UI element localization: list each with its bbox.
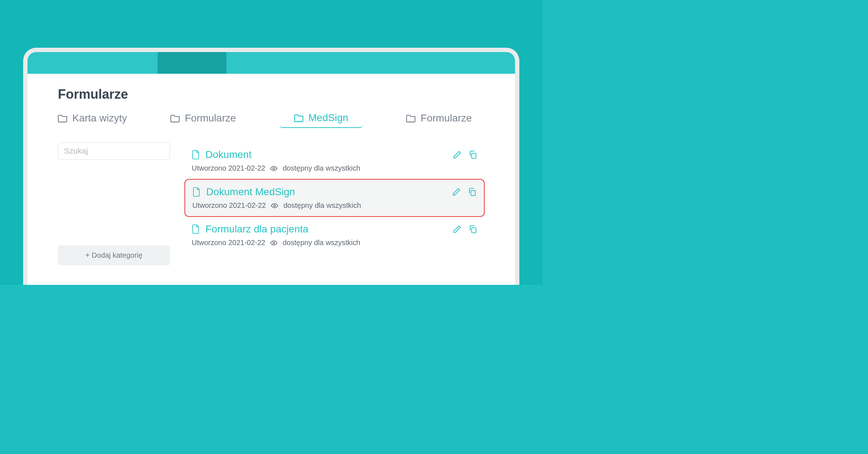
app-window: Formularze Karta wizyty Formularze MedSi… [23, 48, 519, 285]
visibility-text: dostępny dla wszystkich [282, 239, 360, 247]
folder-icon [58, 114, 68, 123]
page-content: Formularze Karta wizyty Formularze MedSi… [27, 74, 515, 265]
search-box[interactable] [58, 142, 170, 160]
add-category-button[interactable]: + Dodaj kategorię [58, 245, 170, 265]
item-actions [453, 225, 477, 234]
file-icon [192, 224, 200, 234]
created-text: Utworzono 2021-02-22 [192, 164, 265, 172]
visibility-text: dostępny dla wszystkich [282, 164, 360, 172]
svg-rect-2 [472, 153, 476, 158]
edit-icon[interactable] [453, 225, 461, 234]
item-meta: Utworzono 2021-02-22 dostępny dla wszyst… [192, 201, 477, 210]
tab-karta-wizyty[interactable]: Karta wizyty [58, 112, 127, 128]
visibility-text: dostępny dla wszystkich [283, 201, 361, 210]
item-title: Formularz dla pacjenta [205, 223, 309, 235]
svg-point-3 [273, 167, 275, 169]
page-title: Formularze [58, 87, 485, 102]
svg-rect-6 [472, 228, 476, 233]
list-item[interactable]: Dokument MedSign Utworzono 2021-02-22 do… [184, 179, 485, 217]
folder-icon [294, 113, 304, 122]
sidebar: + Dodaj kategorię [58, 142, 170, 265]
topbar-active-section [158, 52, 226, 74]
item-meta: Utworzono 2021-02-22 dostępny dla wszyst… [192, 164, 477, 172]
item-meta: Utworzono 2021-02-22 dostępny dla wszyst… [192, 239, 477, 247]
topbar [27, 52, 515, 74]
item-actions [452, 188, 477, 196]
folder-icon [406, 114, 416, 123]
folder-icon [170, 114, 180, 123]
search-input[interactable] [64, 146, 163, 156]
edit-icon[interactable] [453, 150, 461, 159]
svg-point-7 [273, 242, 275, 244]
item-actions [453, 150, 477, 159]
item-header: Formularz dla pacjenta [192, 223, 477, 235]
tab-label: Formularze [421, 112, 472, 124]
tab-medsign[interactable]: MedSign [280, 112, 363, 128]
list-item[interactable]: Formularz dla pacjenta Utworzono 2021-02… [184, 217, 485, 253]
document-list: Dokument Utworzono 2021-02-22 dostępny d… [184, 142, 485, 265]
tab-label: MedSign [309, 112, 349, 124]
created-text: Utworzono 2021-02-22 [192, 239, 265, 247]
edit-icon[interactable] [452, 188, 461, 196]
item-header: Dokument MedSign [192, 186, 477, 198]
svg-rect-4 [471, 190, 475, 196]
file-icon [192, 187, 200, 197]
svg-point-0 [163, 151, 164, 151]
created-text: Utworzono 2021-02-22 [192, 201, 266, 210]
search-icon [163, 147, 164, 155]
item-title: Dokument MedSign [206, 186, 295, 198]
copy-icon[interactable] [468, 188, 477, 196]
tabs: Karta wizyty Formularze MedSign Formular… [58, 112, 485, 128]
tab-formularze-1[interactable]: Formularze [170, 112, 236, 128]
content-area: + Dodaj kategorię Dokument Utworzono 202… [58, 142, 485, 265]
copy-icon[interactable] [469, 150, 477, 159]
copy-icon[interactable] [469, 225, 477, 234]
eye-icon [270, 166, 277, 171]
eye-icon [271, 203, 278, 209]
tab-label: Karta wizyty [72, 112, 127, 124]
tab-label: Formularze [185, 112, 236, 124]
eye-icon [270, 240, 277, 246]
tab-formularze-2[interactable]: Formularze [406, 112, 472, 128]
list-item[interactable]: Dokument Utworzono 2021-02-22 dostępny d… [184, 142, 485, 179]
svg-point-5 [274, 205, 276, 206]
item-title: Dokument [205, 149, 252, 160]
item-header: Dokument [192, 149, 477, 160]
file-icon [192, 150, 200, 160]
